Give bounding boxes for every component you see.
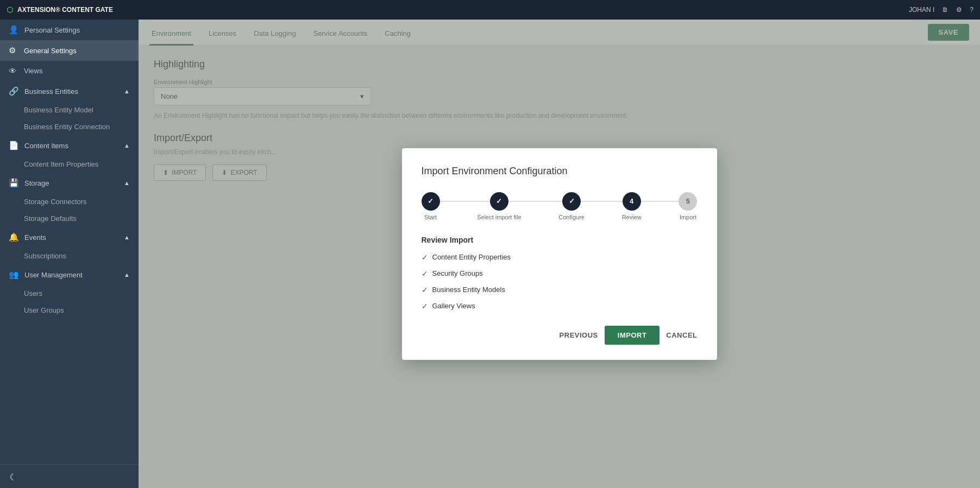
sidebar-item-business-entity-model[interactable]: Business Entity Model [0,102,139,118]
user-management-arrow: ▲ [124,271,130,278]
collapse-icon: ❮ [9,472,15,480]
events-arrow: ▲ [124,234,130,240]
step-circle-select-file: ✓ [490,192,508,211]
user-management-icon: 👥 [9,270,19,280]
modal-overlay: Import Environment Configuration ✓ Start… [139,20,980,488]
sidebar-label-user-management: User Management [24,271,118,279]
business-entities-icon: 🔗 [9,86,19,96]
person-icon: 👤 [9,25,19,35]
step-label-start: Start [424,214,437,220]
sidebar-item-subscriptions[interactable]: Subscriptions [0,248,139,264]
views-icon: 👁 [9,66,18,75]
sidebar-label-views: Views [24,67,130,75]
general-settings-icon: ⚙ [9,46,18,55]
sidebar-label-events: Events [24,233,118,242]
review-label-business-entity-models: Business Entity Models [432,286,505,294]
review-item-gallery-views: ✓ Gallery Views [422,302,698,310]
sidebar-label-business-entities: Business Entities [24,87,118,96]
sidebar: 👤 Personal Settings ⚙ General Settings 👁… [0,20,139,488]
sidebar-item-user-management[interactable]: 👥 User Management ▲ [0,264,139,285]
sidebar-label-general-settings: General Settings [24,47,130,55]
logo-icon: ⬡ [7,5,13,14]
step-circle-start: ✓ [422,192,440,211]
step-import: 5 Import [679,192,697,220]
app-logo-area: ⬡ AXTENSION® CONTENT GATE [7,5,113,14]
app-name: AXTENSION® CONTENT GATE [17,6,113,14]
step-label-select-file: Select import file [477,214,521,220]
layout: 👤 Personal Settings ⚙ General Settings 👁… [0,20,980,488]
step-circle-review: 4 [623,192,641,211]
sidebar-item-storage-connectors[interactable]: Storage Connectors [0,193,139,210]
business-entities-arrow: ▲ [124,88,130,94]
check-icon-1: ✓ [422,253,428,262]
sidebar-item-content-items[interactable]: 📄 Content Items ▲ [0,135,139,156]
storage-arrow: ▲ [124,180,130,186]
help-icon[interactable]: ? [970,6,973,14]
cancel-button[interactable]: CANCEL [666,331,697,339]
sidebar-label-storage: Storage [24,179,118,187]
sidebar-label-storage-connectors: Storage Connectors [24,198,87,206]
user-name: JOHAN I [909,6,934,14]
step-circle-configure: ✓ [562,192,581,211]
review-item-content-entity-properties: ✓ Content Entity Properties [422,253,698,262]
sidebar-label-business-entity-connection: Business Entity Connection [24,123,110,131]
topbar-right: JOHAN I 🗎 ⚙ ? [909,6,973,14]
sidebar-item-views[interactable]: 👁 Views [0,61,139,81]
modal-footer: PREVIOUS IMPORT CANCEL [422,326,698,345]
step-start: ✓ Start [422,192,440,220]
review-section-title: Review Import [422,236,698,244]
sidebar-item-personal-settings[interactable]: 👤 Personal Settings [0,20,139,40]
content-items-arrow: ▲ [124,142,130,149]
main-content-area: Environment Licenses Data Logging Servic… [139,20,980,488]
sidebar-label-personal-settings: Personal Settings [24,26,130,34]
sidebar-item-events[interactable]: 🔔 Events ▲ [0,227,139,248]
step-circle-import: 5 [679,192,697,211]
sidebar-item-content-item-properties[interactable]: Content Item Properties [0,156,139,173]
step-label-configure: Configure [558,214,585,220]
sidebar-item-storage-defaults[interactable]: Storage Defaults [0,210,139,227]
review-item-business-entity-models: ✓ Business Entity Models [422,286,698,294]
sidebar-item-storage[interactable]: 💾 Storage ▲ [0,173,139,193]
review-label-content-entity-properties: Content Entity Properties [432,253,511,261]
sidebar-item-users[interactable]: Users [0,285,139,302]
sidebar-item-business-entity-connection[interactable]: Business Entity Connection [0,118,139,135]
sidebar-label-business-entity-model: Business Entity Model [24,106,93,114]
sidebar-label-subscriptions: Subscriptions [24,252,66,260]
sidebar-label-content-items: Content Items [24,142,118,150]
modal-title: Import Environment Configuration [422,166,698,177]
stepper: ✓ Start ✓ Select import file ✓ Configure… [422,192,698,220]
sidebar-item-general-settings[interactable]: ⚙ General Settings [0,40,139,61]
sidebar-label-users: Users [24,289,42,297]
modal-dialog: Import Environment Configuration ✓ Start… [402,148,717,360]
step-review: 4 Review [622,192,642,220]
check-icon-2: ✓ [422,269,428,278]
events-icon: 🔔 [9,232,19,242]
sidebar-item-business-entities[interactable]: 🔗 Business Entities ▲ [0,81,139,102]
sidebar-label-content-item-properties: Content Item Properties [24,160,98,168]
sidebar-item-user-groups[interactable]: User Groups [0,302,139,319]
sidebar-collapse-button[interactable]: ❮ [0,464,139,488]
check-icon-4: ✓ [422,302,428,310]
content-items-icon: 📄 [9,141,19,150]
modal-import-button[interactable]: IMPORT [605,326,660,345]
storage-icon: 💾 [9,178,19,188]
document-icon[interactable]: 🗎 [942,6,948,14]
topbar: ⬡ AXTENSION® CONTENT GATE JOHAN I 🗎 ⚙ ? [0,0,980,20]
sidebar-label-user-groups: User Groups [24,306,64,314]
step-label-review: Review [622,214,642,220]
step-configure: ✓ Configure [558,192,585,220]
sidebar-label-storage-defaults: Storage Defaults [24,214,77,223]
check-icon-3: ✓ [422,286,428,294]
previous-button[interactable]: PREVIOUS [560,331,598,339]
step-select-file: ✓ Select import file [477,192,521,220]
step-label-import: Import [680,214,696,220]
review-label-security-groups: Security Groups [432,269,483,277]
settings-icon[interactable]: ⚙ [956,6,962,14]
review-label-gallery-views: Gallery Views [432,302,475,310]
review-item-security-groups: ✓ Security Groups [422,269,698,278]
